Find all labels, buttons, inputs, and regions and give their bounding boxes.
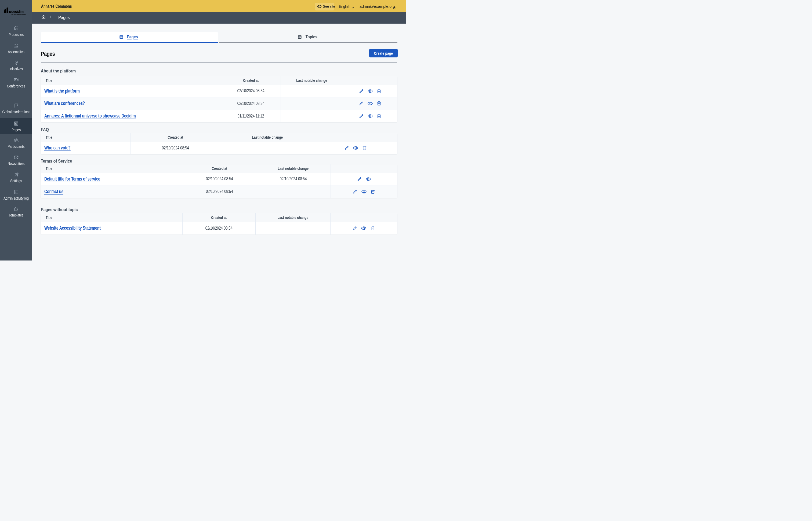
svg-text:decidim: decidim [11,10,24,14]
svg-text:free open-source democracy: free open-source democracy [12,14,26,15]
